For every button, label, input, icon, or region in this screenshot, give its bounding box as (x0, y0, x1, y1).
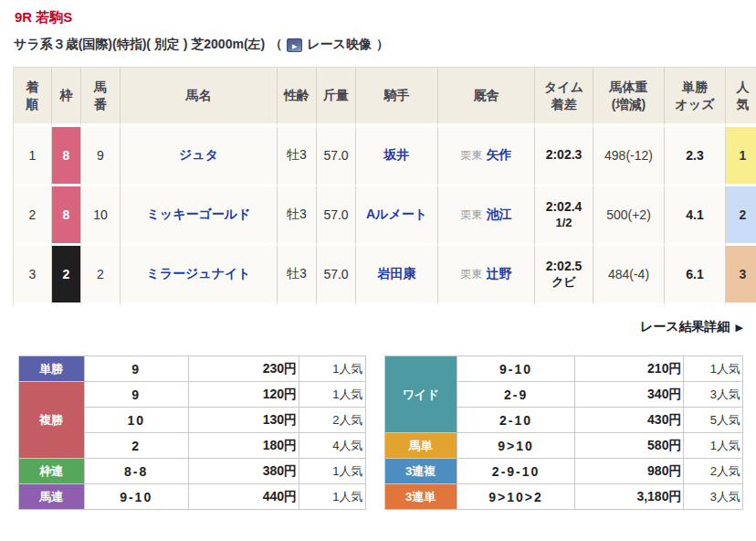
bet-type-label: 複勝 (19, 382, 85, 459)
payout-popularity: 1人気 (299, 356, 365, 382)
payout-combination: 2-9 (457, 382, 574, 408)
header-stable: 厩舎 (438, 68, 535, 127)
trainer-link[interactable]: 池江 (487, 207, 512, 221)
horse-name-link[interactable]: ジュタ (179, 147, 218, 162)
payout-amount: 130円 (188, 408, 299, 433)
jockey-link[interactable]: Aルメート (366, 207, 427, 221)
jockey-cell: 岩田康 (356, 246, 438, 305)
finish-time: 2:02.4 (537, 199, 591, 216)
payout-row-trifecta: 3連単 9>10>2 3,180円 3人気 (384, 484, 742, 510)
payout-row-quinella: 馬連 9-10 440円 1人気 (19, 484, 366, 510)
page-title: 9R 若駒S (15, 9, 741, 27)
horse-number: 9 (81, 127, 121, 186)
stable-cell: 栗東池江 (438, 186, 535, 246)
payout-popularity: 4人気 (299, 433, 365, 459)
horse-weight: 500(+2) (593, 186, 665, 246)
table-row: 3 2 2 ミラージュナイト 牡3 57.0 岩田康 栗東辻野 2:02.5 ク… (14, 246, 756, 305)
table-row: 1 8 9 ジュタ 牡3 57.0 坂井 栗東矢作 2:02.3 498(-12… (14, 127, 756, 186)
payout-row-exacta: 馬単 9>10 580円 1人気 (384, 433, 742, 459)
sex-age: 牡3 (278, 186, 317, 246)
payout-combination: 9-10 (457, 356, 574, 382)
payout-amount: 230円 (188, 356, 299, 382)
stable-region: 栗東 (461, 149, 483, 162)
payout-amount: 980円 (575, 459, 684, 484)
finish-time: 2:02.5 (537, 259, 591, 275)
payout-table-left: 単勝 9 230円 1人気 複勝 9 120円 1人気 10 130円 2人気 … (18, 355, 366, 510)
trainer-link[interactable]: 辻野 (487, 266, 512, 281)
payout-combination: 9>10 (457, 433, 574, 459)
horse-name-cell: ミッキーゴールド (121, 186, 278, 246)
stable-cell: 栗東辻野 (438, 246, 535, 305)
header-win-odds: 単勝 オッズ (665, 68, 726, 127)
payout-row-trio: 3連複 2-9-10 980円 2人気 (384, 459, 742, 484)
payout-popularity: 1人気 (299, 484, 365, 510)
right-arrow-icon: ▶ (736, 322, 743, 333)
jockey-link[interactable]: 岩田康 (378, 266, 416, 281)
paren-open: （ (269, 37, 282, 53)
payout-row-place: 複勝 9 120円 1人気 (19, 382, 366, 408)
payout-amount: 340円 (575, 382, 684, 408)
header-weight-carried: 斤量 (317, 68, 356, 127)
jockey-link[interactable]: 坂井 (384, 147, 410, 162)
horse-name-link[interactable]: ミッキーゴールド (147, 207, 251, 221)
bet-type-label: 3連単 (384, 484, 457, 510)
header-jockey: 騎手 (356, 68, 438, 127)
video-icon: ▶ (287, 38, 302, 52)
payout-combination: 10 (84, 408, 188, 433)
payout-combination: 2 (84, 433, 188, 459)
popularity-badge: 1 (726, 127, 756, 186)
jockey-cell: 坂井 (356, 127, 438, 186)
payout-popularity: 3人気 (684, 382, 743, 408)
header-finish-position: 着 順 (14, 68, 52, 127)
bet-type-label: 枠連 (19, 459, 85, 484)
horse-name-cell: ジュタ (121, 127, 278, 186)
finish-position: 2 (14, 186, 52, 246)
finish-time: 2:02.3 (537, 147, 591, 164)
payout-amount: 180円 (188, 433, 299, 459)
payout-combination: 9 (84, 382, 188, 408)
payout-section: 単勝 9 230円 1人気 複勝 9 120円 1人気 10 130円 2人気 … (18, 355, 743, 510)
bet-type-label: 馬単 (384, 433, 457, 459)
horse-weight: 498(-12) (593, 127, 665, 186)
sex-age: 牡3 (278, 246, 317, 305)
horse-name-link[interactable]: ミラージュナイト (146, 266, 250, 281)
popularity-badge: 2 (726, 186, 756, 246)
trainer-link[interactable]: 矢作 (487, 147, 512, 162)
payout-amount: 440円 (188, 484, 299, 510)
win-odds: 2.3 (665, 127, 726, 186)
race-conditions-text: サラ系３歳(国際)(特指)( 別定 ) 芝2000m(左) (14, 37, 265, 53)
weight-carried: 57.0 (317, 127, 356, 186)
finish-position: 3 (14, 246, 52, 305)
header-popularity: 人 気 (726, 68, 756, 127)
payout-combination: 9>10>2 (457, 484, 574, 510)
stable-region: 栗東 (461, 268, 483, 281)
sex-age: 牡3 (278, 127, 317, 186)
results-header-row: 着 順 枠 馬 番 馬名 性齢 斤量 騎手 厩舎 タイム 着差 馬体重 (増減)… (14, 68, 756, 127)
payout-combination: 9 (84, 356, 188, 382)
payout-amount: 580円 (575, 433, 684, 459)
header-horse-name: 馬名 (121, 68, 278, 127)
header-frame: 枠 (52, 68, 81, 127)
payout-popularity: 1人気 (299, 382, 365, 408)
time-margin-cell: 2:02.3 (535, 127, 593, 186)
header-horse-number: 馬 番 (81, 68, 121, 127)
race-result-page: 9R 若駒S サラ系３歳(国際)(特指)( 別定 ) 芝2000m(左) （ ▶… (0, 0, 756, 510)
payout-popularity: 2人気 (299, 408, 365, 433)
payout-amount: 430円 (575, 408, 684, 433)
margin: 1/2 (537, 216, 591, 230)
payout-combination: 9-10 (84, 484, 188, 510)
race-video-link[interactable]: レース映像 (307, 37, 372, 53)
payout-popularity: 1人気 (684, 433, 743, 459)
bet-type-label: 馬連 (19, 484, 85, 510)
payout-row-wide: ワイド 9-10 210円 1人気 (384, 356, 742, 382)
weight-carried: 57.0 (317, 246, 356, 305)
race-detail-link[interactable]: レース結果詳細▶ (640, 319, 743, 334)
payout-row-bracket-quinella: 枠連 8-8 380円 1人気 (19, 459, 366, 484)
horse-weight: 484(-4) (593, 246, 665, 305)
horse-name-cell: ミラージュナイト (121, 246, 278, 305)
race-results-table: 着 順 枠 馬 番 馬名 性齢 斤量 騎手 厩舎 タイム 着差 馬体重 (増減)… (13, 67, 756, 305)
win-odds: 6.1 (665, 246, 726, 305)
popularity-badge: 3 (726, 246, 756, 305)
frame-number-badge: 8 (52, 186, 81, 246)
frame-number-badge: 8 (52, 127, 81, 186)
